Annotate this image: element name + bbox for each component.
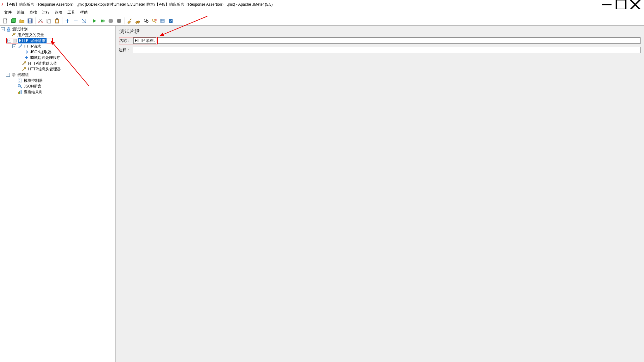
tree-label: HTTP请求默认值 [28,61,58,66]
toolbar-separator [62,17,62,24]
minimize-button[interactable] [600,0,614,9]
menu-help[interactable]: 帮助 [78,9,90,16]
collapse-toggle-icon[interactable]: − [12,44,16,48]
clear-icon[interactable] [126,17,133,25]
clear-all-icon[interactable] [134,17,142,25]
tree-label: 线程组 [17,72,29,78]
svg-rect-9 [29,21,31,23]
tree-node-http-defaults[interactable]: HTTP请求默认值 [1,61,115,66]
tree-label: 模块控制器 [23,78,43,83]
tree-label: 查看结果树 [23,89,43,95]
svg-marker-28 [117,19,121,23]
toolbar-separator [89,17,89,24]
window-controls [600,0,642,9]
gear-icon [11,72,16,77]
svg-rect-18 [56,20,58,23]
name-input-highlighted-part[interactable] [133,37,156,44]
tree-node-debug-post[interactable]: 调试后置处理程序 [1,55,115,61]
editor-pane: 测试片段 名称： 注释： [116,26,644,362]
templates-icon[interactable] [10,17,17,25]
svg-line-50 [20,87,22,88]
name-row: 名称： [119,37,641,44]
name-highlight: 名称： [119,37,158,44]
svg-rect-51 [18,92,19,94]
svg-marker-24 [93,19,96,23]
svg-line-34 [155,21,156,23]
menu-edit[interactable]: 编辑 [14,9,27,16]
svg-rect-17 [56,18,58,19]
copy-icon[interactable] [45,17,53,25]
menu-file[interactable]: 文件 [2,9,14,16]
svg-rect-6 [12,18,16,22]
name-input[interactable] [158,37,641,44]
comments-label: 注释： [119,48,133,53]
save-icon[interactable] [26,17,34,25]
collapse-toggle-icon[interactable]: − [6,73,10,77]
svg-rect-47 [19,80,20,80]
search-icon[interactable] [142,17,150,25]
menu-run[interactable]: 运行 [40,9,52,16]
tree-node-thread-group[interactable]: − 线程组 [1,72,115,78]
reset-search-icon[interactable] [150,17,158,25]
tree-label: HTTP请求 [23,44,42,49]
svg-point-11 [41,21,43,23]
tree-node-http-sampler[interactable]: − HTTP 采样请求 [1,38,115,43]
collapse-toggle-icon[interactable]: − [1,27,5,31]
expand-icon[interactable] [64,17,71,25]
start-no-timers-icon[interactable] [99,17,106,25]
start-icon[interactable] [91,17,98,25]
window-title: 【P48】响应断言（Response Assertion） .jmx (D:\D… [5,2,600,7]
help-icon[interactable]: ? [167,17,174,25]
pipette-icon [17,44,22,49]
panel-title: 测试片段 [119,28,641,37]
fragment-icon [12,38,17,43]
tree-node-http-request[interactable]: − HTTP请求 [1,43,115,49]
main-body: − 测试计划 用户定义的变量 [0,26,644,362]
svg-rect-8 [29,19,31,21]
open-icon[interactable] [18,17,26,25]
toggle-icon[interactable] [80,17,88,25]
svg-rect-53 [21,90,22,94]
stop-icon[interactable] [107,17,115,25]
collapse-icon[interactable] [72,17,79,25]
toolbar-separator [35,17,35,24]
cut-icon[interactable] [37,17,44,25]
tree-node-testplan[interactable]: − 测试计划 [1,26,115,32]
paste-icon[interactable] [53,17,61,25]
chart-icon [17,89,22,94]
test-plan-tree[interactable]: − 测试计划 用户定义的变量 [1,26,115,95]
comments-input[interactable] [133,47,641,53]
svg-marker-26 [103,19,105,23]
tree-pane[interactable]: − 测试计划 用户定义的变量 [0,26,116,362]
maximize-button[interactable] [614,0,628,9]
svg-text:?: ? [170,19,172,23]
svg-point-45 [13,74,14,75]
tree-node-module-ctrl[interactable]: 模块控制器 [1,78,115,83]
tree-node-json-extractor[interactable]: JSON提取器 [1,49,115,55]
close-button[interactable] [628,0,642,9]
svg-rect-15 [48,20,51,23]
arrow-right-blue-icon [24,49,29,55]
toolbar-separator [124,17,124,24]
tree-node-user-vars[interactable]: 用户定义的变量 [1,32,115,38]
tree-node-header-mgr[interactable]: HTTP信息头管理器 [1,66,115,72]
tree-node-json-assert[interactable]: JSON断言 [1,83,115,89]
collapse-toggle-icon[interactable]: − [7,39,11,42]
new-icon[interactable] [2,17,9,25]
tree-node-view-tree[interactable]: 查看结果树 [1,89,115,95]
module-icon [17,78,22,83]
menu-search[interactable]: 查找 [27,9,40,16]
svg-rect-46 [18,79,22,82]
name-label: 名称： [119,38,133,43]
menu-options[interactable]: 选项 [52,9,65,16]
shutdown-icon[interactable] [115,17,123,25]
wrench-icon [22,67,27,72]
menu-tools[interactable]: 工具 [65,9,78,16]
app-icon: / [2,2,3,7]
arrow-right-blue-icon [24,55,29,60]
comments-row: 注释： [119,47,641,53]
function-helper-icon[interactable] [159,17,166,25]
application-window: / 【P48】响应断言（Response Assertion） .jmx (D:… [0,0,644,362]
tree-label: 用户定义的变量 [17,32,45,38]
title-bar[interactable]: / 【P48】响应断言（Response Assertion） .jmx (D:… [0,0,644,9]
